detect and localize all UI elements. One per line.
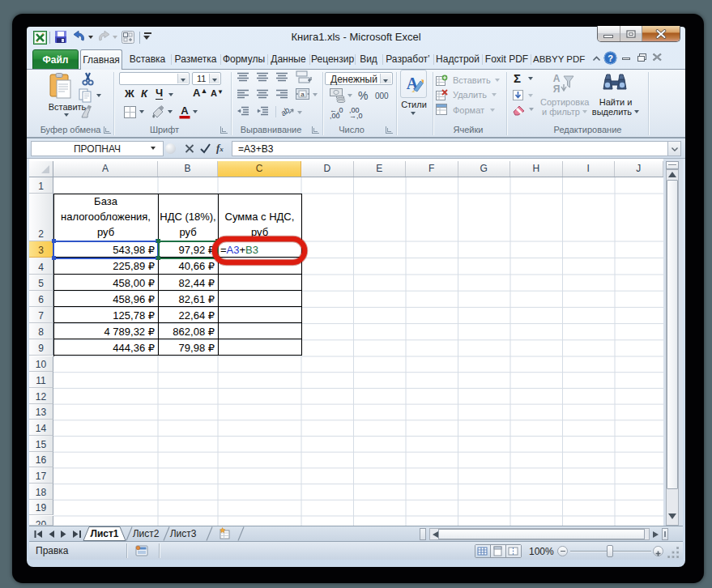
svg-text:a: a xyxy=(301,91,305,98)
svg-text:Лист2: Лист2 xyxy=(133,528,160,539)
svg-text:Я: Я xyxy=(553,83,561,95)
svg-text:Лист3: Лист3 xyxy=(170,528,197,539)
svg-text:?: ? xyxy=(608,53,613,63)
svg-text:А: А xyxy=(181,104,189,117)
svg-text:ab: ab xyxy=(279,105,292,118)
svg-text:А: А xyxy=(553,73,561,84)
svg-text:Лист1: Лист1 xyxy=(90,528,118,539)
